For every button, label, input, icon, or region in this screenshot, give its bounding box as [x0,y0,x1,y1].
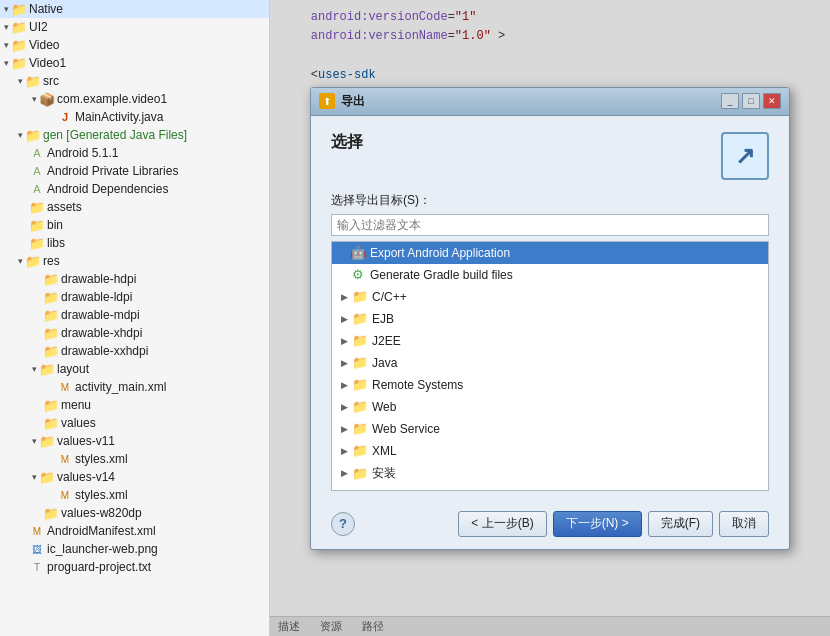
tree-item-drawable-hdpi[interactable]: 📁drawable-hdpi [0,270,269,288]
list-item-web[interactable]: ▶📁Web [332,396,768,418]
minimize-button[interactable]: _ [721,93,739,109]
tree-item-values-v11[interactable]: ▾📁values-v11 [0,432,269,450]
maximize-button[interactable]: □ [742,93,760,109]
list-item-label: Generate Gradle build files [370,268,513,282]
tree-icon-xml: M [29,523,45,539]
tree-item-drawable-mdpi[interactable]: 📁drawable-mdpi [0,306,269,324]
tree-icon-folder: 📁 [29,199,45,215]
tree-item-bin[interactable]: 📁bin [0,216,269,234]
tree-icon-folder: 📁 [43,325,59,341]
list-icon-folder: 📁 [352,311,368,327]
list-item-cpp[interactable]: ▶📁C/C++ [332,286,768,308]
tree-item-drawable-ldpi[interactable]: 📁drawable-ldpi [0,288,269,306]
list-item-remote-systems[interactable]: ▶📁Remote Systems [332,374,768,396]
expand-icon: ▶ [338,335,350,347]
tree-item-androidmanifest[interactable]: MAndroidManifest.xml [0,522,269,540]
tree-label: AndroidManifest.xml [47,524,156,538]
next-button[interactable]: 下一步(N) > [553,511,642,537]
tree-icon-folder: 📁 [11,37,27,53]
tree-item-menu[interactable]: 📁menu [0,396,269,414]
tree-label: styles.xml [75,452,128,466]
tree-arrow: ▾ [4,22,9,32]
list-item-web-service[interactable]: ▶📁Web Service [332,418,768,440]
tree-item-video[interactable]: ▾📁Video [0,36,269,54]
tree-icon-folder: 📁 [25,73,41,89]
dialog-heading: 选择 ↗ [331,132,769,180]
tree-item-ui2[interactable]: ▾📁UI2 [0,18,269,36]
export-list[interactable]: 🤖Export Android Application⚙Generate Gra… [331,241,769,491]
tree-label: gen [Generated Java Files] [43,128,187,142]
tree-icon-txt: T [29,559,45,575]
tree-item-com.example.video1[interactable]: ▾📦com.example.video1 [0,90,269,108]
tree-arrow: ▾ [32,364,37,374]
tree-label: libs [47,236,65,250]
tree-label: drawable-xxhdpi [61,344,148,358]
tree-icon-folder: 📁 [43,397,59,413]
filter-input[interactable] [331,214,769,236]
tree-label: menu [61,398,91,412]
tree-icon-folder: 📁 [39,433,55,449]
dialog-controls[interactable]: _ □ ✕ [721,93,781,109]
tree-item-values-w820dp[interactable]: 📁values-w820dp [0,504,269,522]
finish-button[interactable]: 完成(F) [648,511,713,537]
dialog-footer: ? < 上一步(B) 下一步(N) > 完成(F) 取消 [311,503,789,549]
tree-item-proguard[interactable]: Tproguard-project.txt [0,558,269,576]
tree-icon-folder: 📁 [25,127,41,143]
tree-label: drawable-ldpi [61,290,132,304]
list-icon-android-green: 🤖 [350,245,366,261]
project-tree[interactable]: ▾📁Native▾📁UI2▾📁Video▾📁Video1▾📁src▾📦com.e… [0,0,270,636]
tree-item-assets[interactable]: 📁assets [0,198,269,216]
help-button[interactable]: ? [331,512,355,536]
tree-icon-folder: 📁 [39,361,55,377]
tree-item-ic-launcher[interactable]: 🖼ic_launcher-web.png [0,540,269,558]
tree-item-src[interactable]: ▾📁src [0,72,269,90]
list-item-ejb[interactable]: ▶📁EJB [332,308,768,330]
tree-item-activity-main[interactable]: Mactivity_main.xml [0,378,269,396]
tree-label: Video1 [29,56,66,70]
tree-label: layout [57,362,89,376]
tree-icon-folder: 📁 [11,1,27,17]
tree-item-android-deps[interactable]: AAndroid Dependencies [0,180,269,198]
tree-item-res[interactable]: ▾📁res [0,252,269,270]
close-button[interactable]: ✕ [763,93,781,109]
tree-icon-folder: 📁 [43,307,59,323]
tree-item-android511[interactable]: AAndroid 5.1.1 [0,144,269,162]
list-item-label: Export Android Application [370,246,510,260]
tree-item-private-libs[interactable]: AAndroid Private Libraries [0,162,269,180]
tree-label: values-v11 [57,434,115,448]
tree-label: Video [29,38,59,52]
tree-item-native[interactable]: ▾📁Native [0,0,269,18]
tree-item-styles-v14[interactable]: Mstyles.xml [0,486,269,504]
tree-item-layout[interactable]: ▾📁layout [0,360,269,378]
tree-label: Android Dependencies [47,182,168,196]
back-button[interactable]: < 上一步(B) [458,511,546,537]
tree-label: drawable-xhdpi [61,326,142,340]
list-icon-folder: 📁 [352,465,368,481]
cancel-button[interactable]: 取消 [719,511,769,537]
tree-arrow: ▾ [32,472,37,482]
list-item-export-android[interactable]: 🤖Export Android Application [332,242,768,264]
tree-item-values-v14[interactable]: ▾📁values-v14 [0,468,269,486]
tree-item-styles-v11[interactable]: Mstyles.xml [0,450,269,468]
tree-icon-folder: 📁 [25,253,41,269]
tree-item-drawable-xxhdpi[interactable]: 📁drawable-xxhdpi [0,342,269,360]
tree-item-gen[interactable]: ▾📁gen [Generated Java Files] [0,126,269,144]
tree-icon-package: 📦 [39,91,55,107]
tree-arrow: ▾ [32,94,37,104]
tree-label: assets [47,200,82,214]
list-item-j2ee[interactable]: ▶📁J2EE [332,330,768,352]
tree-item-video1[interactable]: ▾📁Video1 [0,54,269,72]
tree-item-mainactivity[interactable]: JMainActivity.java [0,108,269,126]
tree-arrow: ▾ [18,130,23,140]
tree-item-drawable-xhdpi[interactable]: 📁drawable-xhdpi [0,324,269,342]
list-item-generate-gradle[interactable]: ⚙Generate Gradle build files [332,264,768,286]
list-item-plugin-dev[interactable]: ▶📁插件开发 [332,485,768,491]
dialog-select-label: 选择导出目标(S)： [331,192,769,209]
tree-item-values[interactable]: 📁values [0,414,269,432]
export-dialog: ⬆ 导出 _ □ ✕ 选择 ↗ 选择导出目标(S)： [310,87,790,550]
dialog-title-icon: ⬆ [319,93,335,109]
tree-item-libs[interactable]: 📁libs [0,234,269,252]
list-item-xml[interactable]: ▶📁XML [332,440,768,462]
list-item-java[interactable]: ▶📁Java [332,352,768,374]
list-item-install[interactable]: ▶📁安装 [332,462,768,485]
